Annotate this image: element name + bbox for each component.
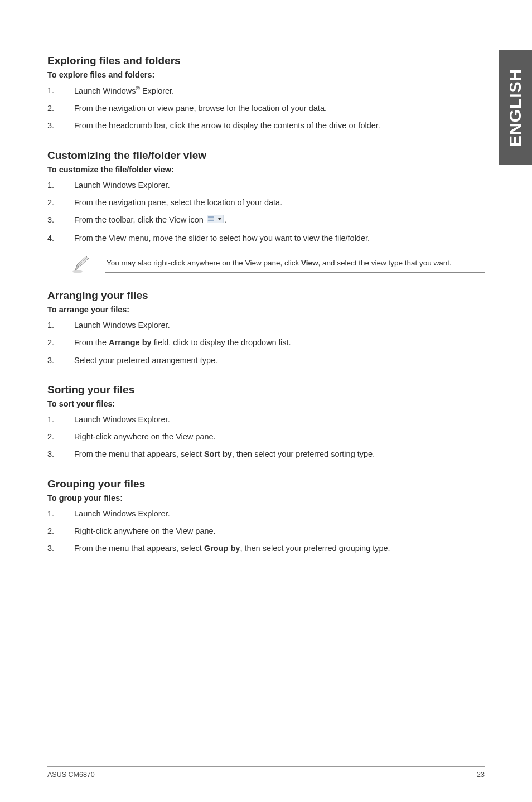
list-item: Select your preferred arrangement type. [47,355,485,366]
text: From the [74,338,109,347]
list-item: From the breadcrumb bar, click the arrow… [47,120,485,131]
text-bold: Group by [204,544,240,553]
footer-page-number: 23 [477,771,485,779]
note-text: You may also right-click anywhere on the… [105,254,485,273]
text-bold: Arrange by [109,338,152,347]
text: , then select your preferred grouping ty… [240,544,390,553]
list-sorting: Launch Windows Explorer. Right-click any… [47,414,485,460]
text: From the menu that appears, select [74,544,204,553]
page-content: Exploring files and folders To explore f… [0,0,532,554]
text: From the toolbar, click the View icon [74,215,206,224]
list-item: Right-click anywhere on the View pane. [47,525,485,537]
list-item: From the menu that appears, select Group… [47,543,485,554]
svg-point-5 [208,219,209,220]
text: , and select the view type that you want… [318,259,451,267]
list-item: From the Arrange by field, click to disp… [47,337,485,348]
list-exploring: Launch Windows® Explorer. From the navig… [47,85,485,132]
list-customizing: Launch Windows Explorer. From the naviga… [47,180,485,244]
list-item: From the menu that appears, select Sort … [47,448,485,460]
heading-grouping: Grouping your files [47,478,485,490]
section-customizing: Customizing the file/folder view To cust… [47,149,485,244]
page-footer: ASUS CM6870 23 [47,766,485,779]
list-item: Launch Windows Explorer. [47,180,485,191]
heading-customizing: Customizing the file/folder view [47,149,485,162]
subheading-arranging: To arrange your files: [47,305,485,314]
list-item: Right-click anywhere on the View pane. [47,431,485,442]
footer-model: ASUS CM6870 [47,771,95,779]
svg-point-6 [208,221,209,222]
list-item: Launch Windows Explorer. [47,320,485,331]
list-item: From the toolbar, click the View icon . [47,214,485,226]
list-item: From the navigation or view pane, browse… [47,103,485,114]
view-icon [207,215,224,226]
list-grouping: Launch Windows Explorer. Right-click any… [47,508,485,554]
section-exploring: Exploring files and folders To explore f… [47,55,485,132]
subheading-sorting: To sort your files: [47,399,485,408]
heading-exploring: Exploring files and folders [47,55,485,67]
svg-point-4 [208,217,209,218]
section-grouping: Grouping your files To group your files:… [47,478,485,554]
text-bold: View [301,259,318,267]
text: . [225,215,227,224]
text: You may also right-click anywhere on the… [107,259,301,267]
subheading-exploring: To explore files and folders: [47,70,485,79]
list-item: Launch Windows Explorer. [47,414,485,425]
heading-sorting: Sorting your files [47,384,485,396]
subheading-grouping: To group your files: [47,494,485,503]
note-box: You may also right-click anywhere on the… [72,254,485,276]
list-item: Launch Windows® Explorer. [47,85,485,96]
svg-line-8 [78,257,87,266]
list-arranging: Launch Windows Explorer. From the Arrang… [47,320,485,366]
text-bold: Sort by [204,450,232,458]
list-item: Launch Windows Explorer. [47,508,485,519]
subheading-customizing: To customize the file/folder view: [47,165,485,174]
list-item: From the View menu, move the slider to s… [47,233,485,244]
section-sorting: Sorting your files To sort your files: L… [47,384,485,460]
svg-point-7 [72,270,83,273]
heading-arranging: Arranging your files [47,289,485,302]
text: From the menu that appears, select [74,450,204,458]
list-item: From the navigation pane, select the loc… [47,197,485,208]
text: field, click to display the dropdown lis… [152,338,291,347]
pencil-icon [72,254,90,276]
section-arranging: Arranging your files To arrange your fil… [47,289,485,366]
text: , then select your preferred sorting typ… [232,450,375,458]
